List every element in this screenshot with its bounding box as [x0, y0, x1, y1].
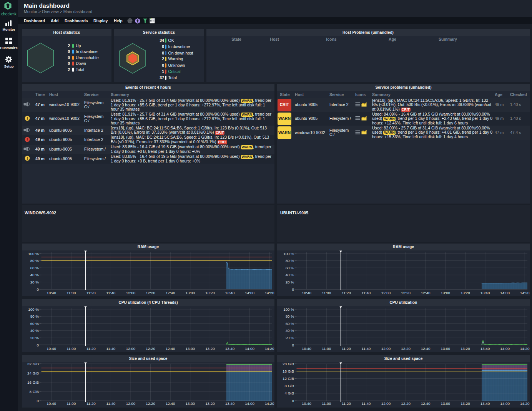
svg-text:0: 0	[37, 399, 39, 403]
svg-text:12:20: 12:20	[401, 346, 411, 351]
svg-text:12:00: 12:00	[381, 401, 391, 406]
svg-text:11:40: 11:40	[362, 346, 371, 351]
svg-text:12:20: 12:20	[401, 291, 411, 295]
svg-text:14:00: 14:00	[500, 401, 510, 406]
svg-text:11:40: 11:40	[106, 291, 116, 295]
svg-text:10:40: 10:40	[302, 401, 311, 406]
svg-text:14:20: 14:20	[265, 346, 274, 351]
svg-text:12:40: 12:40	[166, 401, 175, 406]
svg-text:13:20: 13:20	[461, 346, 470, 351]
svg-text:12:40: 12:40	[421, 291, 431, 295]
svg-text:12:20: 12:20	[146, 346, 155, 351]
svg-text:0: 0	[37, 287, 39, 292]
svg-text:12:40: 12:40	[166, 346, 175, 351]
svg-text:11:00: 11:00	[66, 346, 76, 351]
svg-text:80 %: 80 %	[286, 259, 294, 263]
svg-text:80 %: 80 %	[286, 314, 294, 318]
svg-text:12:40: 12:40	[166, 291, 175, 295]
svg-text:14:20: 14:20	[265, 401, 274, 406]
svg-text:13:00: 13:00	[186, 401, 195, 406]
svg-text:10:40: 10:40	[302, 346, 311, 351]
svg-text:12:20: 12:20	[401, 401, 411, 406]
svg-text:8 GiB: 8 GiB	[29, 389, 39, 394]
svg-text:13:40: 13:40	[480, 291, 490, 295]
svg-text:11:20: 11:20	[342, 401, 351, 406]
svg-text:13:20: 13:20	[461, 401, 470, 406]
svg-text:60 %: 60 %	[286, 266, 294, 270]
svg-text:13:00: 13:00	[441, 346, 451, 351]
svg-text:60 %: 60 %	[30, 266, 39, 270]
svg-text:11:20: 11:20	[342, 346, 351, 351]
svg-text:13:40: 13:40	[225, 291, 235, 295]
svg-text:80 %: 80 %	[30, 259, 39, 263]
svg-text:4 GiB: 4 GiB	[284, 391, 294, 395]
svg-text:14:20: 14:20	[520, 291, 530, 295]
svg-text:14:20: 14:20	[520, 346, 530, 351]
svg-text:0: 0	[292, 343, 294, 347]
svg-text:11:00: 11:00	[322, 401, 331, 406]
svg-text:32 GiB: 32 GiB	[27, 362, 39, 366]
svg-text:11:00: 11:00	[66, 291, 76, 295]
svg-text:100 %: 100 %	[28, 252, 39, 256]
svg-text:20 %: 20 %	[286, 280, 294, 284]
svg-text:13:20: 13:20	[205, 291, 215, 295]
svg-text:12:00: 12:00	[126, 346, 136, 351]
svg-text:11:00: 11:00	[322, 346, 331, 351]
svg-text:10:40: 10:40	[47, 291, 56, 295]
svg-text:100 %: 100 %	[283, 307, 294, 312]
svg-text:40 %: 40 %	[30, 273, 39, 277]
svg-text:20 %: 20 %	[30, 280, 39, 284]
svg-text:13:00: 13:00	[186, 346, 195, 351]
svg-text:20 %: 20 %	[286, 336, 294, 340]
svg-text:12:40: 12:40	[421, 401, 431, 406]
svg-text:13:00: 13:00	[441, 401, 451, 406]
svg-text:100 %: 100 %	[28, 307, 39, 312]
svg-text:10:40: 10:40	[302, 291, 311, 295]
svg-text:13:20: 13:20	[461, 291, 470, 295]
svg-text:11:20: 11:20	[86, 401, 96, 406]
svg-text:14:00: 14:00	[245, 401, 254, 406]
svg-text:14:20: 14:20	[520, 401, 530, 406]
svg-text:16 GiB: 16 GiB	[27, 380, 39, 384]
svg-text:60 %: 60 %	[30, 322, 39, 326]
svg-text:13:20: 13:20	[205, 401, 215, 406]
svg-text:14:00: 14:00	[245, 291, 254, 295]
svg-text:8 GiB: 8 GiB	[284, 384, 294, 388]
svg-text:11:00: 11:00	[322, 291, 331, 295]
svg-text:20 %: 20 %	[30, 336, 39, 340]
svg-text:11:40: 11:40	[362, 291, 371, 295]
svg-text:60 %: 60 %	[286, 322, 294, 326]
svg-text:12:00: 12:00	[126, 291, 136, 295]
svg-text:100 %: 100 %	[283, 252, 294, 256]
svg-text:12 GiB: 12 GiB	[283, 376, 294, 381]
svg-text:13:40: 13:40	[225, 346, 235, 351]
svg-text:0: 0	[292, 287, 294, 292]
svg-text:14:20: 14:20	[265, 291, 274, 295]
svg-text:0: 0	[292, 399, 294, 403]
svg-text:24 GiB: 24 GiB	[27, 371, 39, 375]
svg-text:40 %: 40 %	[286, 328, 294, 333]
svg-text:14:00: 14:00	[500, 346, 510, 351]
svg-text:16 GiB: 16 GiB	[283, 369, 294, 373]
svg-text:40 %: 40 %	[286, 273, 294, 277]
svg-text:13:40: 13:40	[225, 401, 235, 406]
svg-text:12:00: 12:00	[126, 401, 136, 406]
svg-text:12:20: 12:20	[146, 401, 155, 406]
svg-text:12:00: 12:00	[381, 291, 391, 295]
svg-text:13:00: 13:00	[186, 291, 195, 295]
svg-text:11:20: 11:20	[86, 346, 96, 351]
svg-text:11:40: 11:40	[106, 346, 116, 351]
svg-text:11:20: 11:20	[342, 291, 351, 295]
svg-text:11:00: 11:00	[66, 401, 76, 406]
svg-text:10:40: 10:40	[47, 401, 56, 406]
svg-text:14:00: 14:00	[500, 291, 510, 295]
svg-text:10:40: 10:40	[47, 346, 56, 351]
svg-text:13:40: 13:40	[480, 346, 490, 351]
svg-text:20 GiB: 20 GiB	[283, 362, 294, 366]
svg-text:0: 0	[37, 343, 39, 347]
svg-text:13:20: 13:20	[205, 346, 215, 351]
svg-text:11:40: 11:40	[106, 401, 116, 406]
svg-text:12:40: 12:40	[421, 346, 431, 351]
svg-text:12:20: 12:20	[146, 291, 155, 295]
svg-text:40 %: 40 %	[30, 328, 39, 333]
